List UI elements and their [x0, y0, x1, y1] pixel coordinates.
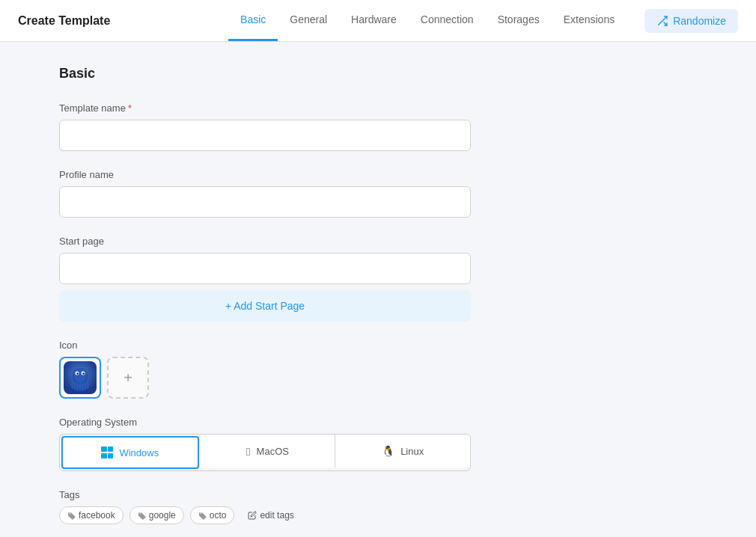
- start-page-label: Start page: [59, 236, 697, 247]
- tags-row: facebook google octo edit tags: [59, 506, 697, 524]
- tab-basic[interactable]: Basic: [228, 0, 278, 41]
- start-page-input[interactable]: [59, 253, 471, 284]
- tag-icon: [138, 512, 146, 520]
- os-label: Operating System: [59, 417, 697, 428]
- tags-label: Tags: [59, 489, 697, 500]
- tab-connection[interactable]: Connection: [409, 0, 486, 41]
- profile-name-label: Profile name: [59, 169, 697, 180]
- add-icon-button[interactable]: +: [107, 357, 149, 399]
- required-star: *: [128, 102, 132, 114]
- page-title: Create Template: [18, 14, 110, 28]
- header: Create Template Basic General Hardware C…: [0, 0, 756, 42]
- start-page-group: Start page + Add Start Page: [59, 236, 697, 322]
- edit-tags-button[interactable]: edit tags: [240, 507, 301, 524]
- tag-icon: [67, 512, 76, 520]
- add-start-page-label: + Add Start Page: [225, 300, 305, 312]
- svg-point-8: [82, 372, 84, 374]
- icon-item-octopus[interactable]: [59, 357, 101, 399]
- template-name-label: Template name*: [59, 102, 697, 114]
- tag-google-label: google: [149, 510, 176, 521]
- linux-logo-icon: 🐧: [382, 445, 394, 457]
- tag-octo[interactable]: octo: [190, 506, 235, 524]
- apple-logo-icon: : [246, 445, 250, 458]
- randomize-label: Randomize: [673, 15, 726, 27]
- tag-octo-label: octo: [210, 510, 227, 521]
- icon-row: +: [59, 357, 697, 399]
- plus-icon: +: [124, 369, 132, 387]
- tag-facebook[interactable]: facebook: [59, 506, 124, 524]
- os-option-macos[interactable]:  MacOS: [201, 435, 336, 467]
- nav-tabs: Basic General Hardware Connection Storag…: [228, 0, 627, 41]
- icon-label: Icon: [59, 340, 697, 351]
- os-macos-label: MacOS: [257, 446, 289, 457]
- icon-section: Icon: [59, 340, 697, 399]
- svg-point-7: [76, 372, 78, 374]
- profile-name-group: Profile name: [59, 169, 697, 218]
- os-option-linux[interactable]: 🐧 Linux: [335, 435, 470, 467]
- os-option-windows[interactable]: Windows: [61, 436, 199, 469]
- profile-name-input[interactable]: [59, 186, 471, 218]
- tag-icon: [198, 512, 207, 520]
- tag-facebook-label: facebook: [79, 510, 115, 521]
- add-start-page-button[interactable]: + Add Start Page: [59, 290, 471, 322]
- os-linux-label: Linux: [400, 446, 424, 457]
- os-windows-label: Windows: [119, 447, 159, 458]
- tag-google[interactable]: google: [129, 506, 184, 524]
- tags-section: Tags facebook google octo: [59, 489, 697, 524]
- edit-tags-label: edit tags: [260, 510, 293, 521]
- tab-storages[interactable]: Storages: [486, 0, 552, 41]
- tab-hardware[interactable]: Hardware: [339, 0, 409, 41]
- svg-point-4: [73, 368, 87, 383]
- main-content: Basic Template name* Profile name Start …: [41, 42, 715, 537]
- operating-system-section: Operating System Windows  MacOS 🐧 Linux: [59, 417, 697, 471]
- tab-extensions[interactable]: Extensions: [552, 0, 627, 41]
- randomize-icon: [656, 15, 668, 27]
- octopus-icon: [64, 361, 97, 394]
- randomize-button[interactable]: Randomize: [644, 9, 738, 33]
- section-title: Basic: [59, 66, 697, 82]
- tab-general[interactable]: General: [278, 0, 339, 41]
- template-name-group: Template name*: [59, 102, 697, 151]
- edit-icon: [248, 511, 257, 520]
- template-name-input[interactable]: [59, 120, 471, 151]
- os-selector: Windows  MacOS 🐧 Linux: [59, 434, 471, 471]
- windows-logo-icon: [101, 447, 113, 458]
